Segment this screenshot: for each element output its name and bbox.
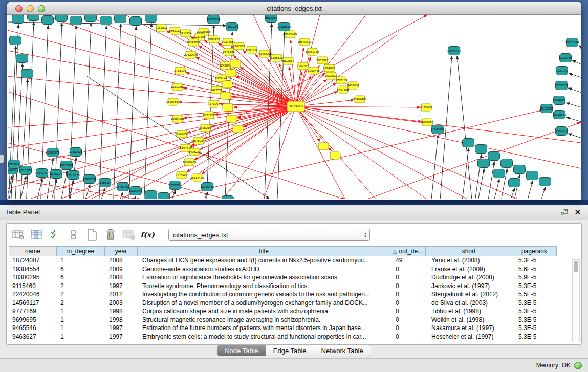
tab-node-table[interactable]: Node Table <box>217 345 266 356</box>
function-builder-icon[interactable]: f(x) <box>141 228 154 242</box>
graph-edge[interactable] <box>128 26 136 199</box>
table-selector-dropdown[interactable]: citations_edges.txt ▲▼ <box>168 229 370 241</box>
minimize-window-button[interactable] <box>27 5 34 12</box>
graph-edge[interactable] <box>492 179 499 199</box>
graph-edge[interactable] <box>99 26 106 199</box>
graph-edge[interactable] <box>461 148 469 199</box>
graph-edge[interactable] <box>296 106 468 199</box>
graph-node[interactable] <box>158 193 170 200</box>
graph-edge[interactable] <box>572 60 581 66</box>
graph-node[interactable] <box>42 16 54 25</box>
graph-edge[interactable] <box>538 187 546 199</box>
graph-node[interactable] <box>478 159 490 168</box>
graph-node[interactable] <box>330 152 340 159</box>
close-panel-icon[interactable]: ✕ <box>573 207 583 217</box>
graph-node[interactable] <box>221 92 231 99</box>
tab-edge-table[interactable]: Edge Table <box>266 345 314 356</box>
table-row[interactable]: 1830029562008Estimation of significance … <box>9 273 581 282</box>
graph-node[interactable] <box>463 139 474 147</box>
graph-edge[interactable] <box>568 88 581 94</box>
graph-node[interactable] <box>227 115 237 122</box>
graph-edge[interactable] <box>296 15 366 106</box>
table-row[interactable]: 977716911998Corpus callosum shape and si… <box>9 307 581 316</box>
graph-node[interactable] <box>475 145 487 154</box>
graph-edge[interactable] <box>8 106 296 148</box>
graph-edge[interactable] <box>296 106 421 107</box>
graph-node[interactable] <box>488 152 500 161</box>
zoom-window-button[interactable] <box>38 5 45 12</box>
column-header-name[interactable]: name <box>9 246 57 256</box>
graph-node[interactable] <box>527 171 538 180</box>
column-header-title[interactable]: title <box>137 246 390 256</box>
graph-edge[interactable] <box>84 15 296 106</box>
table-row[interactable]: 969969511998Structural magnetic resonanc… <box>9 316 581 324</box>
column-header-pagerank[interactable]: pagerank <box>512 246 557 256</box>
graph-node[interactable] <box>501 159 513 168</box>
graph-edge[interactable] <box>430 135 438 199</box>
graph-edge[interactable] <box>264 106 296 199</box>
graph-node[interactable] <box>12 15 24 24</box>
graph-node[interactable] <box>16 54 28 63</box>
graph-node[interactable] <box>100 16 112 25</box>
graph-edge[interactable] <box>83 23 91 199</box>
graph-node[interactable] <box>233 125 243 133</box>
network-canvas[interactable]: 7163822886012889129542322605893275051654… <box>8 15 581 199</box>
delete-table-icon[interactable] <box>122 228 136 242</box>
graph-edge[interactable] <box>579 45 581 51</box>
create-column-icon[interactable] <box>85 228 99 242</box>
scrollbar-thumb[interactable] <box>574 261 578 272</box>
show-columns-icon[interactable] <box>30 228 43 242</box>
graph-node[interactable] <box>222 196 234 200</box>
table-row[interactable]: 1872400712008Changes of HCN gene express… <box>9 256 581 265</box>
column-header-indegree[interactable]: in_degree <box>56 246 105 256</box>
graph-edge[interactable] <box>18 176 26 199</box>
graph-node[interactable] <box>230 60 241 67</box>
graph-node[interactable] <box>28 15 39 21</box>
graph-node[interactable] <box>85 15 97 22</box>
network-graph[interactable]: 7163822886012889129542322605893275051654… <box>8 15 581 199</box>
graph-node[interactable] <box>226 70 236 77</box>
graph-edge[interactable] <box>113 24 121 199</box>
graph-edge[interactable] <box>566 117 581 123</box>
graph-node[interactable] <box>21 70 33 78</box>
float-panel-icon[interactable] <box>559 207 570 217</box>
vertical-scrollbar[interactable] <box>572 259 580 342</box>
table-row[interactable]: 2242004622012Investigating the contribut… <box>9 290 581 299</box>
graph-node[interactable] <box>56 15 68 22</box>
graph-node[interactable] <box>223 104 233 111</box>
graph-node[interactable] <box>70 16 82 25</box>
memory-status-icon[interactable] <box>574 362 582 369</box>
table-row[interactable]: 1456911722003Disruption of a novel membe… <box>9 299 581 308</box>
graph-edge[interactable] <box>116 192 123 199</box>
graph-node[interactable] <box>115 15 126 23</box>
graph-node[interactable] <box>222 81 232 88</box>
table-row[interactable]: 1938455462009Genome-wide association stu… <box>9 265 581 274</box>
graph-edge[interactable] <box>8 76 296 106</box>
selection-mode-icon[interactable] <box>49 228 62 242</box>
graph-edge[interactable] <box>8 51 296 106</box>
graph-edge[interactable] <box>43 15 296 106</box>
graph-node[interactable] <box>493 169 505 178</box>
graph-node[interactable] <box>509 179 520 187</box>
graph-node[interactable] <box>145 191 157 200</box>
column-header-year[interactable]: year <box>104 246 138 256</box>
close-window-button[interactable] <box>15 5 23 12</box>
graph-node[interactable] <box>130 17 142 26</box>
graph-edge[interactable] <box>566 103 581 108</box>
column-header-short[interactable]: short <box>425 246 512 256</box>
table-row[interactable]: 911546021997Tourette syndrome. Phenomeno… <box>9 282 581 291</box>
graph-node[interactable] <box>514 165 526 174</box>
table-options-icon[interactable] <box>12 228 25 242</box>
table-row[interactable]: 946362711997Embryonic stem cells: a mode… <box>9 333 581 341</box>
graph-edge[interactable] <box>569 73 581 79</box>
network-window-titlebar[interactable]: citations_edges.txt <box>7 2 581 15</box>
graph-node[interactable] <box>145 15 157 23</box>
tab-network-table[interactable]: Network Table <box>314 345 371 356</box>
graph-edge[interactable] <box>144 23 151 199</box>
delete-columns-icon[interactable] <box>104 228 117 242</box>
graph-node[interactable] <box>318 143 329 150</box>
graph-node[interactable] <box>10 36 21 45</box>
graph-edge[interactable] <box>366 122 581 199</box>
graph-edge[interactable] <box>49 179 57 199</box>
graph-edge[interactable] <box>568 134 581 139</box>
